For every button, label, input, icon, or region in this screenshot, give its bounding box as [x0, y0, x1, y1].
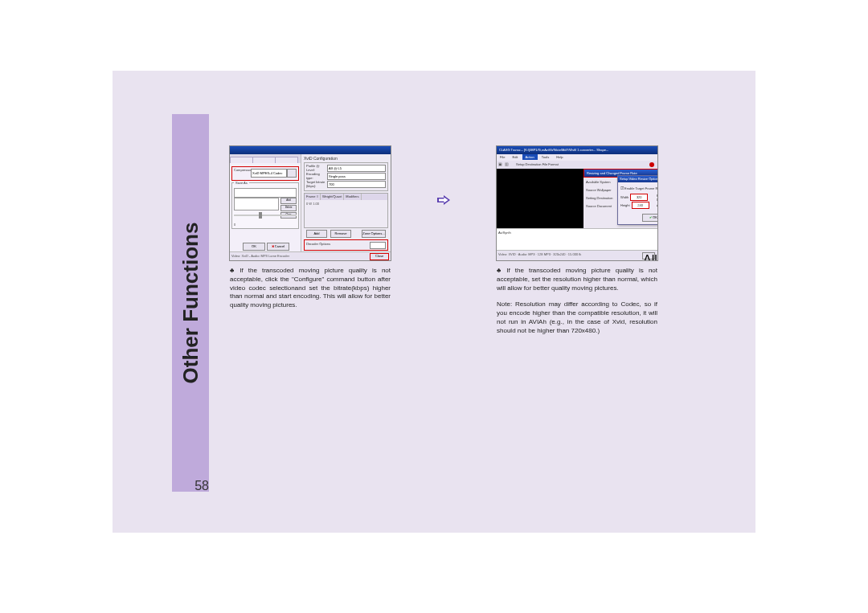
ok-button[interactable]: OK	[243, 243, 265, 251]
window-titlebar: CLASG Transc... [K:\]/MP1/G,mAviVb/Wate/…	[497, 146, 657, 154]
status-text: Video: XviD - Audio: MP3 Lame Encoder	[231, 254, 289, 258]
slider-label: 0	[234, 223, 235, 227]
width-row: Width320	[620, 194, 648, 201]
decoder-field[interactable]	[370, 242, 386, 249]
right-panel: XviD Configuration Profile @ Level:AS @ …	[301, 154, 391, 252]
aspectratio-row: A.R.Defa	[657, 202, 657, 209]
codec-row-highlight: Compressor XviD MPEG-4 Codec	[231, 166, 299, 181]
toolbar-icons[interactable]: ▣ ▥	[498, 161, 510, 166]
left-panel: Compressor XviD MPEG-4 Codec Save As Add…	[230, 163, 301, 252]
club-icon	[230, 267, 240, 274]
menu-bar: File Edit Action Tools Help	[497, 154, 657, 161]
window-titlebar	[230, 146, 391, 154]
zone-remove-button[interactable]: Remove	[330, 230, 351, 238]
video-preview	[497, 169, 583, 228]
toolbar-label: Setup Destination File Format	[516, 162, 559, 166]
codec-label: Compressor	[234, 168, 252, 172]
main-settings-box: Profile @ Level:AS @ L5 Encoding type:Si…	[304, 162, 388, 191]
framedelay-row: Frame Delay0	[657, 194, 657, 202]
bitrate-label: Target bitrate (kbps):	[306, 180, 327, 188]
height-row: Height240	[620, 202, 649, 209]
cancel-button[interactable]: Cancel	[267, 243, 289, 251]
lower-panel: AviSynth	[497, 228, 657, 251]
section-title: Other Functions	[178, 223, 203, 384]
zone-add-button[interactable]: Add	[306, 230, 327, 238]
screenshot-resize-dialog: CLASG Transc... [K:\]/MP1/G,mAviVb/Wate/…	[497, 146, 657, 260]
source-list[interactable]	[234, 198, 279, 210]
left-tip-paragraph: If the transcoded moving picture quality…	[230, 267, 391, 310]
decoder-options-highlight: Decoder Options	[304, 239, 388, 251]
source-list-header	[234, 188, 297, 198]
menu-item[interactable]: Help	[553, 154, 566, 160]
status-text: Video: XVID · Audio: MP3 · 128 MP3 · 320…	[498, 252, 581, 256]
menu-item[interactable]: Edit	[510, 154, 522, 160]
right-tip-paragraph: If the transcoded moving picture quality…	[497, 267, 657, 292]
all-button[interactable]: All	[642, 252, 655, 260]
status-bar: Video: XVID · Audio: MP3 · 128 MP3 · 320…	[497, 250, 657, 260]
panel-item[interactable]: Source Document	[586, 204, 612, 208]
arrow-icon	[437, 195, 450, 205]
resize-dialog: Setup Video Resize Option Enable Target …	[617, 175, 657, 225]
menu-item-active[interactable]: Action	[522, 154, 538, 160]
document-page: Other Functions 58 Compressor XviD MPEG-…	[113, 71, 755, 533]
enable-checkbox[interactable]: Enable Target Frame Rate	[620, 186, 657, 190]
bitrate-field[interactable]: 700	[327, 181, 386, 188]
menu-item[interactable]: Tools	[538, 154, 552, 160]
configure-button[interactable]	[287, 169, 297, 178]
tab-label[interactable]: AviSynth	[498, 231, 511, 235]
zone-options-button[interactable]: Zone Options...	[362, 230, 386, 238]
screenshot-encoder-config: Compressor XviD MPEG-4 Codec Save As Add…	[230, 146, 391, 260]
zones-header: Frame # Weight/Quant Modifiers	[305, 194, 387, 200]
page-number: 58	[172, 479, 209, 493]
profile-label: Profile @ Level:	[306, 164, 327, 172]
group-header: Save As	[234, 181, 249, 185]
decoder-label: Decoder Options	[306, 242, 330, 246]
record-icon[interactable]	[649, 162, 654, 167]
right-note-paragraph: Note: Resolution may differ according to…	[497, 300, 657, 335]
titlebar-text: CLASG Transc... [K:\]/MP1/G,mAviVb/Wate/…	[499, 148, 608, 152]
height-field[interactable]: 240	[632, 202, 649, 209]
panel-item[interactable]: Setting Destination	[586, 196, 613, 200]
enctype-field[interactable]: Single pass	[327, 173, 386, 180]
codec-field[interactable]: XviD MPEG-4 Codec	[251, 169, 287, 178]
delete-button[interactable]: Delete	[280, 205, 297, 211]
dialog-ok-button[interactable]: OK	[642, 214, 657, 222]
add-button[interactable]: Add	[280, 198, 297, 204]
profile-field[interactable]: AS @ L5	[327, 165, 386, 172]
menu-item[interactable]: File	[497, 154, 508, 160]
width-field[interactable]: 320	[630, 194, 648, 201]
zones-box: Frame # Weight/Quant Modifiers 0 W 1.00	[304, 193, 388, 228]
dialog-title: Setup Video Resize Option	[618, 176, 657, 182]
save-as-group: Save As Add Delete Clear 0	[231, 182, 299, 229]
status-bar: Video: XviD - Audio: MP3 Lame Encoder Cl…	[230, 251, 391, 260]
left-column: Compressor XviD MPEG-4 Codec Save As Add…	[230, 146, 391, 317]
close-button[interactable]: Close	[370, 253, 389, 260]
right-column: CLASG Transc... [K:\]/MP1/G,mAviVb/Wate/…	[497, 146, 657, 342]
enctype-label: Encoding type:	[306, 172, 327, 180]
progress-slider[interactable]	[234, 212, 297, 219]
section-sidebar: Other Functions	[172, 114, 209, 492]
club-icon	[497, 267, 506, 274]
config-title: XviD Configuration	[304, 156, 338, 161]
panel-item[interactable]: Source Wallpaper	[586, 188, 612, 192]
zones-row[interactable]: 0 W 1.00	[306, 202, 319, 206]
panel-item[interactable]: Available System	[586, 180, 611, 184]
